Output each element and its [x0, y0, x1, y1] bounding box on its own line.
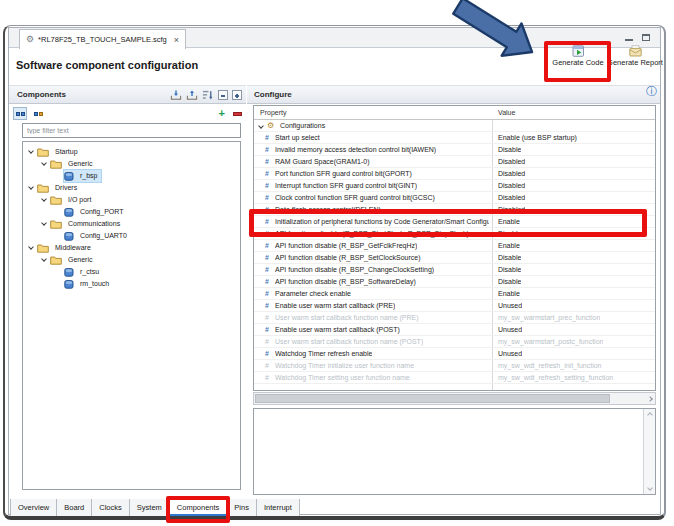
tree-item-r-ctsu[interactable]: r_ctsu — [23, 266, 240, 278]
tab-system[interactable]: System — [130, 499, 170, 516]
close-tab-icon[interactable]: × — [174, 35, 179, 45]
tree-item-body[interactable]: Config_PORT — [64, 206, 126, 218]
tab-board[interactable]: Board — [57, 499, 92, 516]
property-value[interactable]: my_sw_warmstart_prec_function — [498, 312, 600, 324]
property-row[interactable]: #Watchdog Timer refresh enableUnused — [254, 348, 655, 360]
editor-tab-scfg[interactable]: ⚙ *RL78F25_TB_TOUCH_SAMPLE.scfg × — [19, 29, 186, 49]
property-row[interactable]: #Invalid memory access detection control… — [254, 144, 655, 156]
import-component-icon[interactable] — [170, 89, 182, 101]
expander-icon[interactable] — [28, 148, 34, 154]
generate-code-button[interactable]: Generate Code — [549, 45, 607, 67]
property-value[interactable]: Disabled — [498, 204, 525, 216]
tree-item-body[interactable]: Config_UART0 — [64, 230, 130, 242]
add-component-icon[interactable]: + — [219, 108, 225, 119]
property-row[interactable]: #Enable user warm start callback (POST)U… — [254, 324, 655, 336]
scroll-up-icon[interactable] — [647, 412, 653, 418]
vertical-scrollbar[interactable] — [643, 409, 655, 494]
property-value[interactable]: Disable — [498, 228, 521, 240]
generate-report-button[interactable]: Generate Report — [607, 45, 663, 67]
expander-icon[interactable] — [41, 160, 47, 166]
category-view-toggle-icon[interactable] — [31, 107, 45, 120]
expander-icon[interactable] — [41, 220, 47, 226]
property-value[interactable]: Disabled — [498, 192, 525, 204]
tab-clocks[interactable]: Clocks — [92, 499, 130, 516]
property-value[interactable]: Disabled — [498, 168, 525, 180]
tree-item-rm-touch[interactable]: rm_touch — [23, 278, 240, 290]
property-value[interactable]: Enable (use BSP startup) — [498, 132, 577, 144]
tree-item-generic[interactable]: Generic — [23, 254, 240, 266]
property-value[interactable]: Unused — [498, 300, 522, 312]
property-row[interactable]: #Clock control function SFR guard contro… — [254, 192, 655, 204]
tree-item-body[interactable]: Middleware — [37, 242, 94, 254]
tree-item-drivers[interactable]: Drivers — [23, 182, 240, 194]
expand-all-icon[interactable] — [232, 90, 242, 100]
expander-icon[interactable] — [41, 256, 47, 262]
tree-item-config-uart0[interactable]: Config_UART0 — [23, 230, 240, 242]
info-icon[interactable]: ⓘ — [646, 86, 657, 97]
expander-icon[interactable] — [28, 184, 34, 190]
property-row[interactable]: #Enable user warm start callback (PRE)Un… — [254, 300, 655, 312]
tree-item-body[interactable]: Generic — [50, 254, 96, 266]
tree-item-communications[interactable]: Communications — [23, 218, 240, 230]
selected-tree-item[interactable]: r_bsp — [64, 170, 101, 182]
property-row[interactable]: #User warm start callback function name … — [254, 336, 655, 348]
scroll-right-icon[interactable] — [647, 396, 653, 402]
minimize-view-icon[interactable] — [625, 34, 633, 41]
property-row[interactable]: #API function disable (R_BSP_SetClockSou… — [254, 252, 655, 264]
property-row[interactable]: #API function disable (R_BSP_GetFclkFreq… — [254, 240, 655, 252]
tab-components[interactable]: Components — [170, 499, 228, 516]
tree-item-i-o-port[interactable]: I/O port — [23, 194, 240, 206]
property-value[interactable]: Disable — [498, 276, 521, 288]
property-value[interactable]: Disabled — [498, 180, 525, 192]
tab-overview[interactable]: Overview — [10, 499, 57, 516]
property-value[interactable]: Disabled — [498, 156, 525, 168]
property-row[interactable]: #API function disable (R_BSP_SoftwareDel… — [254, 276, 655, 288]
property-row[interactable]: #RAM Guard Space(GRAM1-0)Disabled — [254, 156, 655, 168]
property-value[interactable]: Disable — [498, 252, 521, 264]
expander-icon[interactable] — [41, 196, 47, 202]
tree-item-middleware[interactable]: Middleware — [23, 242, 240, 254]
tree-item-r-bsp[interactable]: r_bsp — [23, 170, 240, 182]
configurations-group-row[interactable]: ⚙Configurations — [254, 120, 655, 132]
tree-item-body[interactable]: rm_touch — [64, 278, 112, 290]
maximize-view-icon[interactable] — [642, 34, 650, 41]
property-row[interactable]: #Start up selectEnable (use BSP startup) — [254, 132, 655, 144]
tree-item-body[interactable]: I/O port — [50, 194, 94, 206]
scroll-down-icon[interactable] — [647, 485, 653, 491]
property-value[interactable]: my_sw_wdt_refresh_setting_function — [498, 372, 613, 384]
property-row[interactable]: #API functions disable (R_BSP_StartClock… — [254, 228, 655, 240]
property-row[interactable]: #Interrupt function SFR guard control bi… — [254, 180, 655, 192]
property-row[interactable]: #Initialization of peripheral functions … — [254, 216, 655, 228]
property-row[interactable]: #Watchdog Timer initialize user function… — [254, 360, 655, 372]
remove-component-icon[interactable] — [233, 112, 242, 116]
tree-item-generic[interactable]: Generic — [23, 158, 240, 170]
property-value[interactable]: Enable — [498, 240, 520, 252]
tree-item-body[interactable]: Drivers — [37, 182, 80, 194]
expander-icon[interactable] — [258, 123, 264, 129]
tab-pins[interactable]: Pins — [227, 499, 257, 516]
property-value[interactable]: Disable — [498, 144, 521, 156]
property-value[interactable]: Unused — [498, 348, 522, 360]
tab-interrupt[interactable]: Interrupt — [257, 499, 300, 516]
property-row[interactable]: #Data flash access control(DFLEN)Disable… — [254, 204, 655, 216]
property-value[interactable]: Disable — [498, 264, 521, 276]
tree-item-config-port[interactable]: Config_PORT — [23, 206, 240, 218]
expander-icon[interactable] — [28, 244, 34, 250]
property-row[interactable]: #User warm start callback function name … — [254, 312, 655, 324]
sort-icon[interactable] — [202, 89, 214, 101]
tree-item-body[interactable]: Generic — [50, 158, 96, 170]
property-value[interactable]: my_sw_wdt_refresh_init_function — [498, 360, 602, 372]
export-component-icon[interactable] — [186, 89, 198, 101]
tree-item-body[interactable]: r_ctsu — [64, 266, 102, 278]
scrollbar-thumb[interactable] — [255, 394, 610, 403]
property-value[interactable]: Unused — [498, 324, 522, 336]
property-row[interactable]: #Port function SFR guard control bit(GPO… — [254, 168, 655, 180]
property-row[interactable]: #API function disable (R_BSP_ChangeClock… — [254, 264, 655, 276]
tree-item-startup[interactable]: Startup — [23, 146, 240, 158]
property-value[interactable]: Enable — [498, 216, 520, 228]
collapse-all-icon[interactable] — [218, 90, 228, 100]
component-view-toggle-icon[interactable] — [13, 107, 27, 120]
property-row[interactable]: #Watchdog Timer setting user function na… — [254, 372, 655, 384]
tree-item-body[interactable]: Startup — [37, 146, 81, 158]
property-value[interactable]: Enable — [498, 288, 520, 300]
